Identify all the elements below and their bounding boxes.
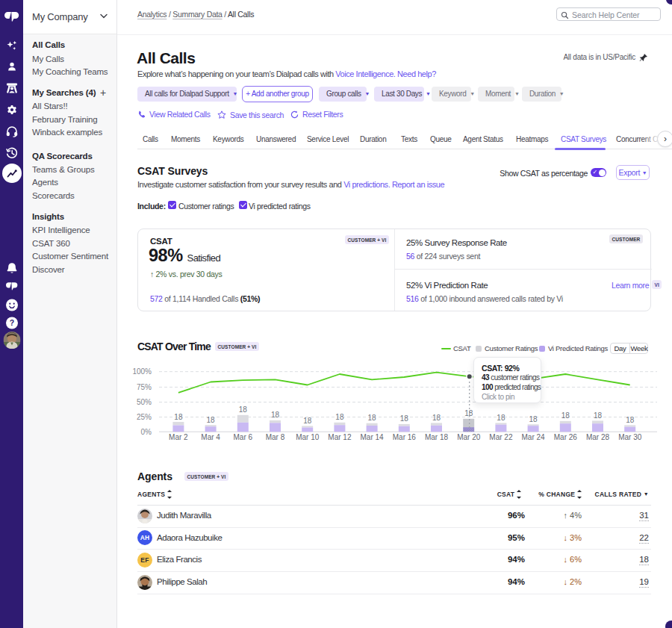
svg-text:Mar 4: Mar 4 bbox=[201, 433, 220, 441]
svg-text:Mar 14: Mar 14 bbox=[361, 433, 385, 441]
svg-text:18: 18 bbox=[368, 414, 377, 422]
svg-text:18: 18 bbox=[594, 411, 603, 420]
svg-text:75%: 75% bbox=[137, 383, 152, 391]
svg-text:Mar 26: Mar 26 bbox=[554, 433, 578, 441]
svg-text:Mar 20: Mar 20 bbox=[457, 433, 481, 441]
svg-text:0%: 0% bbox=[141, 428, 152, 436]
svg-text:100%: 100% bbox=[132, 367, 152, 376]
svg-text:Mar 28: Mar 28 bbox=[586, 433, 610, 441]
svg-text:18: 18 bbox=[207, 416, 216, 424]
svg-text:Mar 24: Mar 24 bbox=[522, 433, 546, 441]
svg-text:18: 18 bbox=[626, 416, 635, 424]
svg-text:50%: 50% bbox=[137, 398, 152, 406]
svg-text:25%: 25% bbox=[137, 413, 152, 421]
svg-text:Mar 2: Mar 2 bbox=[169, 433, 188, 441]
svg-text:18: 18 bbox=[271, 411, 280, 419]
svg-text:18: 18 bbox=[335, 413, 344, 421]
svg-text:18: 18 bbox=[400, 414, 409, 423]
svg-text:18: 18 bbox=[464, 409, 473, 417]
svg-text:Mar 18: Mar 18 bbox=[425, 433, 449, 441]
svg-text:18: 18 bbox=[497, 414, 505, 422]
svg-text:18: 18 bbox=[239, 405, 248, 414]
svg-text:18: 18 bbox=[303, 417, 312, 425]
svg-text:Mar 30: Mar 30 bbox=[618, 433, 642, 441]
svg-text:Mar 16: Mar 16 bbox=[393, 433, 417, 441]
svg-text:Mar 8: Mar 8 bbox=[266, 433, 285, 441]
svg-text:?: ? bbox=[9, 318, 13, 327]
svg-text:Mar 22: Mar 22 bbox=[489, 433, 513, 441]
svg-text:18: 18 bbox=[561, 411, 570, 420]
svg-text:18: 18 bbox=[174, 413, 183, 421]
svg-text:Mar 6: Mar 6 bbox=[234, 433, 253, 441]
svg-text:Mar 10: Mar 10 bbox=[296, 433, 320, 441]
svg-text:18: 18 bbox=[529, 415, 538, 423]
svg-text:18: 18 bbox=[432, 414, 441, 422]
svg-text:Mar 12: Mar 12 bbox=[328, 433, 352, 441]
